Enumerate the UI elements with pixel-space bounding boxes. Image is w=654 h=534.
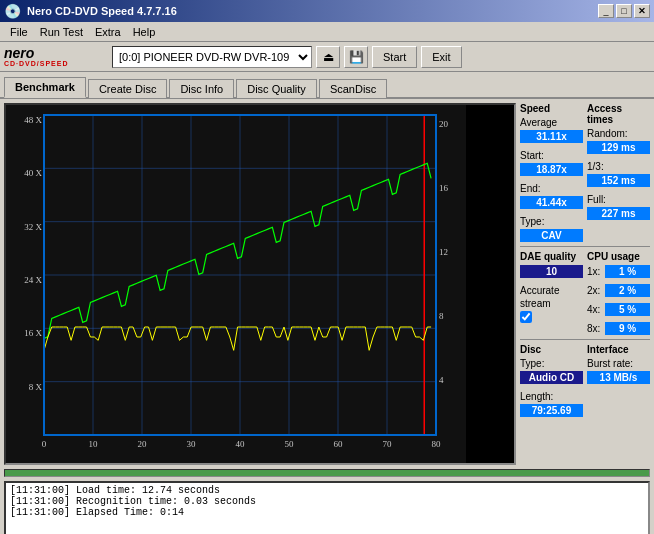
disc-type-value: Audio CD <box>520 371 583 384</box>
disc-type-label: Type: <box>520 358 583 369</box>
tabs-bar: Benchmark Create Disc Disc Info Disc Qua… <box>0 72 654 99</box>
dae-cpu-row: DAE quality 10 Accurate stream CPU usage… <box>520 251 650 335</box>
speed-col: Speed Average 31.11x Start: 18.87x End: … <box>520 103 583 242</box>
disc-header: Disc <box>520 344 583 355</box>
divider1 <box>520 246 650 247</box>
window-controls: _ □ ✕ <box>598 4 650 18</box>
logo-sub: CD·DVD/SPEED <box>4 60 69 67</box>
minimize-button[interactable]: _ <box>598 4 614 18</box>
eject-icon[interactable]: ⏏ <box>316 46 340 68</box>
chart-area <box>4 103 516 465</box>
cpu-2x-value: 2 % <box>605 284 650 297</box>
disc-length-label: Length: <box>520 391 583 402</box>
dae-header: DAE quality <box>520 251 583 262</box>
accurate-checkbox[interactable] <box>520 311 532 323</box>
tab-scan-disc[interactable]: ScanDisc <box>319 79 387 98</box>
cpu-header: CPU usage <box>587 251 650 262</box>
end-label: End: <box>520 183 583 194</box>
dae-col: DAE quality 10 Accurate stream <box>520 251 583 335</box>
start-label: Start: <box>520 150 583 161</box>
cpu-8x-label: 8x: <box>587 323 600 334</box>
accurate-label: Accurate <box>520 285 583 296</box>
cpu-2x-label: 2x: <box>587 285 600 296</box>
window-title: Nero CD-DVD Speed 4.7.7.16 <box>27 5 177 17</box>
tab-disc-info[interactable]: Disc Info <box>169 79 234 98</box>
type-value: CAV <box>520 229 583 242</box>
progress-bar <box>4 469 650 477</box>
cpu-8x-row: 8x: 9 % <box>587 322 650 335</box>
interface-col: Interface Burst rate: 13 MB/s <box>587 344 650 417</box>
close-button[interactable]: ✕ <box>634 4 650 18</box>
end-value: 41.44x <box>520 196 583 209</box>
cpu-col: CPU usage 1x: 1 % 2x: 2 % 4x: 5 % 8x: <box>587 251 650 335</box>
interface-header: Interface <box>587 344 650 355</box>
average-value: 31.11x <box>520 130 583 143</box>
disc-interface-row: Disc Type: Audio CD Length: 79:25.69 Int… <box>520 344 650 417</box>
type-label: Type: <box>520 216 583 227</box>
one-third-value: 152 ms <box>587 174 650 187</box>
divider2 <box>520 339 650 340</box>
stats-top: Speed Average 31.11x Start: 18.87x End: … <box>520 103 650 242</box>
cpu-2x-row: 2x: 2 % <box>587 284 650 297</box>
start-value: 18.87x <box>520 163 583 176</box>
dae-value: 10 <box>520 265 583 278</box>
cpu-4x-row: 4x: 5 % <box>587 303 650 316</box>
menu-bar: File Run Test Extra Help <box>0 22 654 42</box>
logo-nero: nero <box>4 46 34 60</box>
full-label: Full: <box>587 194 650 205</box>
menu-run-test[interactable]: Run Test <box>34 24 89 40</box>
full-value: 227 ms <box>587 207 650 220</box>
burst-label: Burst rate: <box>587 358 650 369</box>
main-content: Speed Average 31.11x Start: 18.87x End: … <box>0 99 654 469</box>
start-button[interactable]: Start <box>372 46 417 68</box>
one-third-label: 1/3: <box>587 161 650 172</box>
disc-length-value: 79:25.69 <box>520 404 583 417</box>
progress-area <box>4 469 650 479</box>
log-panel[interactable]: [11:31:00] Load time: 12.74 seconds [11:… <box>4 481 650 534</box>
toolbar: nero CD·DVD/SPEED [0:0] PIONEER DVD-RW D… <box>0 42 654 72</box>
accurate-checkbox-row <box>520 311 583 323</box>
menu-file[interactable]: File <box>4 24 34 40</box>
log-line-2: [11:31:00] Recognition time: 0.03 second… <box>10 496 644 507</box>
cpu-1x-row: 1x: 1 % <box>587 265 650 278</box>
menu-help[interactable]: Help <box>127 24 162 40</box>
cpu-1x-label: 1x: <box>587 266 600 277</box>
menu-extra[interactable]: Extra <box>89 24 127 40</box>
title-bar: 💿 Nero CD-DVD Speed 4.7.7.16 _ □ ✕ <box>0 0 654 22</box>
burst-value: 13 MB/s <box>587 371 650 384</box>
cpu-4x-label: 4x: <box>587 304 600 315</box>
tab-create-disc[interactable]: Create Disc <box>88 79 167 98</box>
tab-disc-quality[interactable]: Disc Quality <box>236 79 317 98</box>
cpu-4x-value: 5 % <box>605 303 650 316</box>
accurate-label2: stream <box>520 298 583 309</box>
drive-dropdown[interactable]: [0:0] PIONEER DVD-RW DVR-109 1.58 <box>112 46 312 68</box>
log-line-3: [11:31:00] Elapsed Time: 0:14 <box>10 507 644 518</box>
average-label: Average <box>520 117 583 128</box>
log-line-1: [11:31:00] Load time: 12.74 seconds <box>10 485 644 496</box>
cpu-8x-value: 9 % <box>605 322 650 335</box>
speed-header: Speed <box>520 103 583 114</box>
logo: nero CD·DVD/SPEED <box>4 44 104 70</box>
maximize-button[interactable]: □ <box>616 4 632 18</box>
save-icon[interactable]: 💾 <box>344 46 368 68</box>
random-label: Random: <box>587 128 650 139</box>
exit-button[interactable]: Exit <box>421 46 461 68</box>
tab-benchmark[interactable]: Benchmark <box>4 77 86 98</box>
random-value: 129 ms <box>587 141 650 154</box>
disc-col: Disc Type: Audio CD Length: 79:25.69 <box>520 344 583 417</box>
access-header: Access times <box>587 103 650 125</box>
access-col: Access times Random: 129 ms 1/3: 152 ms … <box>587 103 650 242</box>
cpu-1x-value: 1 % <box>605 265 650 278</box>
stats-panel: Speed Average 31.11x Start: 18.87x End: … <box>520 103 650 465</box>
